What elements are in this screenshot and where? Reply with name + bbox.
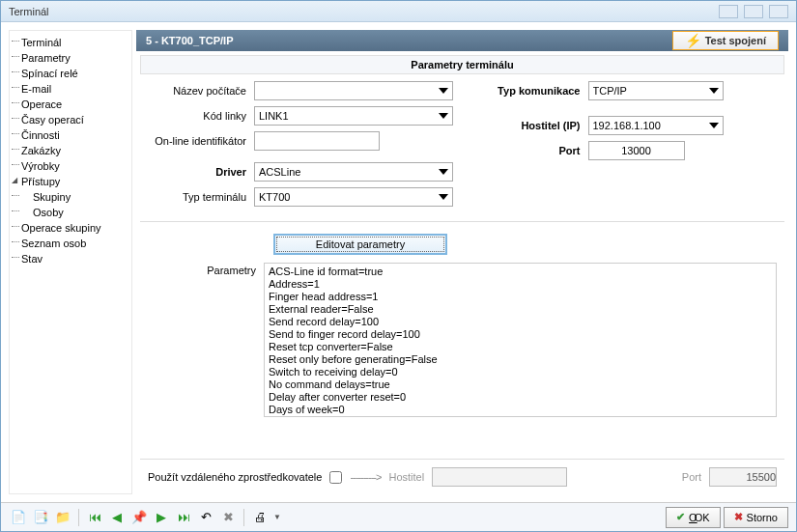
kod-label: Kód linky [148,110,254,122]
max-button[interactable] [744,5,763,18]
cancel-button[interactable]: ✖Storno [724,507,788,528]
remote-use-label: Použít vzdáleného zprostředkovatele [148,471,322,483]
remote-host-input [432,467,567,487]
ok-button[interactable]: ✔OOK [666,507,720,528]
test-connection-button[interactable]: ⚡ Test spojení [672,31,779,50]
print-dropdown-icon[interactable]: ▼ [273,513,281,521]
close-button[interactable] [769,5,788,18]
print-icon[interactable]: 🖨 [250,508,270,527]
typ-select[interactable]: KT700 [254,187,453,207]
min-button[interactable] [719,5,738,18]
typ-label: Typ terminálu [148,191,254,203]
remote-row: Použít vzdáleného zprostředkovatele ----… [140,459,784,494]
online-input[interactable] [254,131,380,151]
undo-icon[interactable]: ↶ [196,508,215,527]
pin-icon[interactable]: 📌 [129,508,149,527]
tree-item-casy[interactable]: Časy operací [12,112,129,127]
arrow-icon: ----------> [350,471,381,483]
kod-select[interactable]: LINK1 [254,106,453,126]
check-icon: ✔ [676,511,685,523]
navigation-tree: Terminál Parametry Spínací relé E-mail O… [9,30,132,494]
terminal-title: 5 - KT700_TCP/IP [146,35,233,46]
tree-item-seznam[interactable]: Seznam osob [12,236,129,251]
bolt-icon: ⚡ [685,33,701,48]
driver-select[interactable]: ACSLine [254,162,453,182]
driver-label: Driver [148,166,254,178]
tree-item-operace[interactable]: Operace [12,97,129,112]
prev-icon[interactable]: ◀ [107,508,127,527]
tree-item-email[interactable]: E-mail [12,81,129,97]
section-title: Parametry terminálu [140,55,784,74]
tree-item-vyrobky[interactable]: Výrobky [12,158,129,174]
nazev-select[interactable] [254,81,453,100]
tree-item-pristupy[interactable]: Přístupy [12,174,129,189]
tree-item-zakazky[interactable]: Zakázky [12,143,129,158]
remote-port-label: Port [682,471,701,483]
terminal-header: 5 - KT700_TCP/IP ⚡ Test spojení [136,30,788,51]
port-label: Port [472,145,588,156]
tree-item-parametry[interactable]: Parametry [12,50,129,66]
cross-icon: ✖ [734,511,743,523]
footer-toolbar: 📄 📑 📁 ⏮ ◀ 📌 ▶ ⏭ ↶ ✖ 🖨 ▼ ✔OOK ✖Storno [1,502,796,531]
edit-params-button[interactable]: Editovat parametry [273,234,447,255]
remote-host-label: Hostitel [388,471,424,483]
tree-item-terminal[interactable]: Terminál [12,35,129,50]
online-label: On-line identifikátor [148,135,254,147]
params-label: Parametry [148,263,264,276]
nazev-label: Název počítače [148,85,254,97]
tree-item-operace-skupiny[interactable]: Operace skupiny [12,220,129,236]
window-title: Terminál [9,6,49,17]
tree-item-stav[interactable]: Stav [12,251,129,266]
tree-item-skupiny[interactable]: Skupiny [12,189,129,205]
port-input[interactable] [588,141,685,160]
delete-icon[interactable]: ✖ [218,508,238,527]
tree-item-cinnosti[interactable]: Činnosti [12,127,129,143]
first-icon[interactable]: ⏮ [85,508,104,527]
new-icon[interactable]: 📄 [9,508,28,527]
last-icon[interactable]: ⏭ [174,508,193,527]
titlebar: Terminál [1,1,796,22]
remote-use-checkbox[interactable] [329,471,342,484]
host-select[interactable]: 192.168.1.100 [588,116,724,135]
folder-icon[interactable]: 📁 [53,508,72,527]
copy-icon[interactable]: 📑 [31,508,50,527]
remote-port-input [709,467,777,487]
tree-item-osoby[interactable]: Osoby [12,205,129,220]
host-label: Hostitel (IP) [472,120,588,131]
tree-item-spinaci[interactable]: Spínací relé [12,66,129,81]
kom-label: Typ komunikace [472,85,588,97]
next-icon[interactable]: ▶ [152,508,171,527]
params-textarea[interactable]: ACS-Line id format=true Address=1 Finger… [264,263,777,417]
kom-select[interactable]: TCP/IP [588,81,724,100]
